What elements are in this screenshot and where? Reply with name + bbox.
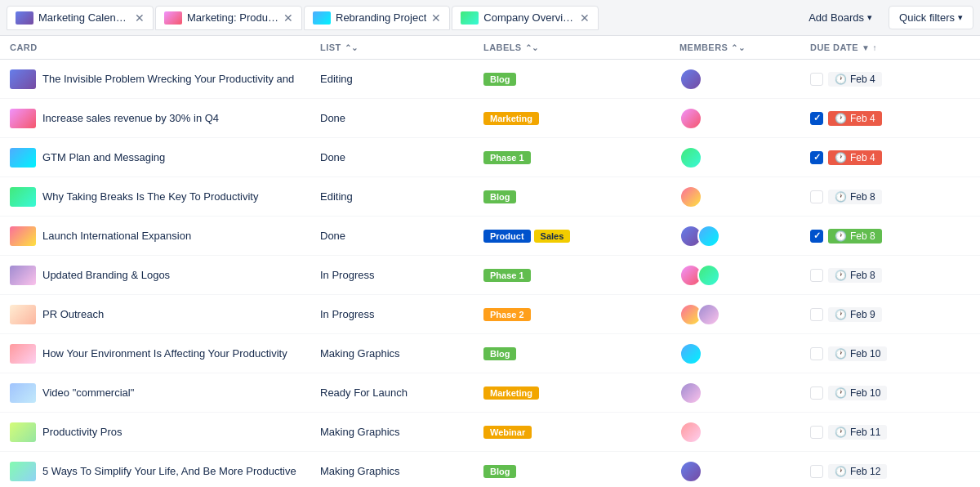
due-date-cell: 🕐 Feb 4 (810, 150, 924, 165)
due-date-checkbox[interactable] (810, 347, 823, 360)
due-date-badge[interactable]: 🕐 Feb 12 (828, 464, 887, 479)
tab-tab-company-overview[interactable]: Company Overview ✕ (452, 6, 599, 30)
labels-cell: Phase 1 (483, 151, 679, 164)
due-date-badge[interactable]: 🕐 Feb 11 (828, 425, 887, 440)
clock-icon: 🕐 (835, 387, 847, 399)
due-date-badge[interactable]: 🕐 Feb 10 (828, 346, 887, 361)
card-title[interactable]: Increase sales revenue by 30% in Q4 (42, 112, 219, 124)
tab-tab-marketing-product[interactable]: Marketing: Product Lau... ✕ (155, 6, 302, 30)
add-boards-label: Add Boards (808, 11, 864, 24)
card-title[interactable]: Video "commercial" (42, 386, 134, 399)
due-date-checkbox[interactable] (810, 465, 823, 478)
card-title[interactable]: Launch International Expansion (42, 230, 191, 242)
due-date-checkbox[interactable] (810, 308, 823, 321)
label-badge[interactable]: Blog (483, 190, 516, 203)
due-date-text: Feb 4 (850, 74, 875, 85)
label-badge[interactable]: Product (483, 230, 531, 243)
label-badge[interactable]: Marketing (483, 386, 539, 400)
close-icon[interactable]: ✕ (431, 12, 441, 24)
quick-filters-label: Quick filters (899, 11, 955, 24)
table-row: PR Outreach In Progress Phase 2 🕐 Feb 9 (0, 295, 980, 334)
avatar (679, 342, 702, 365)
due-date-checkbox[interactable] (810, 269, 823, 282)
label-badge[interactable]: Webinar (483, 426, 532, 439)
clock-icon: 🕐 (835, 309, 847, 320)
card-cell: How Your Environment Is Affecting Your P… (10, 337, 320, 370)
col-labels[interactable]: LABELS ⌃⌄ (483, 42, 679, 52)
label-badge[interactable]: Blog (483, 73, 516, 86)
table-row: Updated Branding & Logos In Progress Pha… (0, 256, 980, 295)
col-list[interactable]: LIST ⌃⌄ (320, 42, 483, 52)
sort-icon: ⌃⌄ (525, 43, 539, 52)
members-cell (679, 107, 810, 130)
clock-icon: 🕐 (835, 74, 847, 85)
label-badge[interactable]: Blog (483, 347, 516, 360)
labels-cell: Webinar (483, 426, 679, 439)
due-date-checkbox[interactable] (810, 426, 823, 439)
tab-label: Marketing: Product Lau... (187, 11, 278, 24)
card-thumbnail (10, 344, 36, 364)
due-date-badge[interactable]: 🕐 Feb 4 (828, 111, 882, 126)
add-boards-button[interactable]: Add Boards ▾ (800, 7, 880, 29)
card-cell: Updated Branding & Logos (10, 259, 320, 292)
due-date-cell: 🕐 Feb 4 (810, 72, 924, 87)
card-title[interactable]: PR Outreach (42, 308, 104, 320)
members-cell (679, 146, 810, 169)
col-members-label: MEMBERS (679, 42, 728, 52)
chevron-down-icon: ▾ (958, 12, 963, 23)
label-badge[interactable]: Marketing (483, 112, 539, 125)
clock-icon: 🕐 (835, 270, 847, 281)
tabs-container: Marketing Calendar ✕ Marketing: Product … (7, 6, 599, 30)
due-date-cell: 🕐 Feb 10 (810, 346, 924, 361)
card-title[interactable]: Why Taking Breaks Is The Key To Producti… (42, 190, 258, 203)
due-date-checkbox[interactable] (810, 230, 823, 243)
label-badge[interactable]: Sales (534, 230, 571, 243)
due-date-badge[interactable]: 🕐 Feb 9 (828, 307, 882, 322)
due-date-badge[interactable]: 🕐 Feb 8 (828, 229, 882, 244)
card-cell: Video "commercial" (10, 377, 320, 409)
due-date-checkbox[interactable] (810, 73, 823, 86)
card-title[interactable]: How Your Environment Is Affecting Your P… (42, 347, 287, 360)
card-cell: GTM Plan and Messaging (10, 141, 320, 174)
due-date-checkbox[interactable] (810, 386, 823, 400)
card-title[interactable]: The Invisible Problem Wrecking Your Prod… (42, 73, 294, 85)
table-row: The Invisible Problem Wrecking Your Prod… (0, 60, 980, 99)
members-cell (679, 225, 810, 248)
tab-tab-rebranding[interactable]: Rebranding Project ✕ (304, 6, 450, 30)
due-date-cell: 🕐 Feb 4 (810, 111, 924, 126)
col-card[interactable]: CARD (10, 42, 320, 52)
card-title[interactable]: GTM Plan and Messaging (42, 151, 165, 163)
card-title[interactable]: Updated Branding & Logos (42, 269, 170, 281)
due-date-checkbox[interactable] (810, 190, 823, 203)
list-cell: Making Graphics (320, 426, 483, 438)
close-icon[interactable]: ✕ (135, 12, 145, 24)
labels-cell: ProductSales (483, 230, 679, 243)
avatar (679, 421, 702, 444)
col-members[interactable]: MEMBERS ⌃⌄ (679, 42, 810, 52)
due-date-badge[interactable]: 🕐 Feb 8 (828, 268, 882, 283)
card-cell: Productivity Pros (10, 416, 320, 449)
close-icon[interactable]: ✕ (580, 12, 590, 24)
card-title[interactable]: Productivity Pros (42, 426, 122, 438)
tab-label: Rebranding Project (336, 11, 426, 24)
col-due-date[interactable]: DUE DATE ▼ ↑ (810, 42, 924, 52)
label-badge[interactable]: Phase 2 (483, 308, 531, 321)
labels-cell: Phase 1 (483, 269, 679, 282)
due-date-badge[interactable]: 🕐 Feb 4 (828, 150, 882, 165)
label-badge[interactable]: Phase 1 (483, 269, 531, 282)
due-date-checkbox[interactable] (810, 112, 823, 125)
due-date-checkbox[interactable] (810, 151, 823, 164)
due-date-badge[interactable]: 🕐 Feb 8 (828, 190, 882, 204)
due-date-badge[interactable]: 🕐 Feb 10 (828, 386, 887, 400)
due-date-badge[interactable]: 🕐 Feb 4 (828, 72, 882, 87)
label-badge[interactable]: Phase 1 (483, 151, 531, 164)
sort-asc-icon: ▼ ↑ (862, 43, 877, 52)
quick-filters-button[interactable]: Quick filters ▾ (889, 6, 973, 29)
members-cell (679, 264, 810, 287)
tab-tab-marketing-calendar[interactable]: Marketing Calendar ✕ (7, 6, 154, 30)
card-title[interactable]: 5 Ways To Simplify Your Life, And Be Mor… (42, 465, 296, 477)
close-icon[interactable]: ✕ (283, 12, 293, 24)
labels-cell: Phase 2 (483, 308, 679, 321)
due-date-text: Feb 4 (850, 152, 875, 163)
label-badge[interactable]: Blog (483, 465, 516, 478)
